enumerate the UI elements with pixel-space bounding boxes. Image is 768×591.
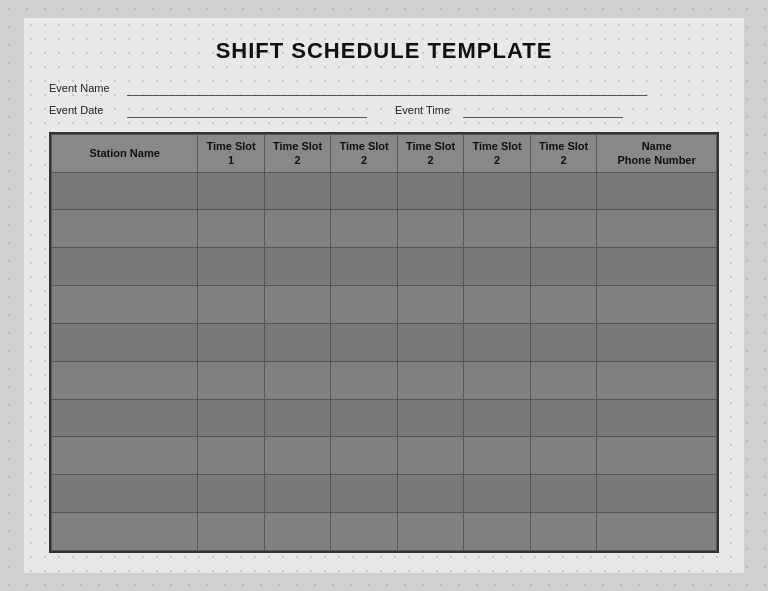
schedule-table: Station Name Time Slot1 Time Slot2 Time …: [51, 134, 717, 551]
event-name-input[interactable]: [127, 80, 647, 96]
table-row: [52, 437, 717, 475]
table-cell[interactable]: [52, 172, 198, 210]
table-cell[interactable]: [198, 437, 265, 475]
table-cell[interactable]: [397, 210, 464, 248]
table-cell[interactable]: [264, 172, 331, 210]
table-cell[interactable]: [198, 513, 265, 551]
table-row: [52, 248, 717, 286]
table-cell[interactable]: [331, 437, 398, 475]
table-cell[interactable]: [52, 286, 198, 324]
table-cell[interactable]: [198, 210, 265, 248]
page: SHIFT SCHEDULE TEMPLATE Event Name Event…: [24, 18, 744, 573]
table-cell[interactable]: [331, 475, 398, 513]
table-cell[interactable]: [198, 323, 265, 361]
table-cell[interactable]: [331, 323, 398, 361]
table-cell[interactable]: [397, 399, 464, 437]
table-cell[interactable]: [530, 210, 597, 248]
table-cell[interactable]: [597, 172, 717, 210]
table-cell[interactable]: [530, 323, 597, 361]
table-cell[interactable]: [530, 361, 597, 399]
event-date-row: Event Date Event Time: [49, 102, 719, 118]
table-cell[interactable]: [52, 513, 198, 551]
table-cell[interactable]: [331, 361, 398, 399]
table-cell[interactable]: [264, 323, 331, 361]
table-cell[interactable]: [530, 172, 597, 210]
event-name-label: Event Name: [49, 82, 119, 94]
table-cell[interactable]: [264, 399, 331, 437]
table-cell[interactable]: [530, 437, 597, 475]
table-cell[interactable]: [530, 475, 597, 513]
event-name-row: Event Name: [49, 80, 719, 96]
table-cell[interactable]: [331, 210, 398, 248]
table-cell[interactable]: [597, 399, 717, 437]
table-cell[interactable]: [597, 286, 717, 324]
table-cell[interactable]: [52, 475, 198, 513]
header-timeslot-3: Time Slot2: [331, 135, 398, 173]
table-cell[interactable]: [464, 210, 531, 248]
table-cell[interactable]: [52, 323, 198, 361]
table-cell[interactable]: [52, 248, 198, 286]
table-cell[interactable]: [264, 248, 331, 286]
table-cell[interactable]: [198, 361, 265, 399]
table-cell[interactable]: [331, 399, 398, 437]
table-cell[interactable]: [52, 361, 198, 399]
table-cell[interactable]: [264, 475, 331, 513]
table-cell[interactable]: [264, 210, 331, 248]
table-cell[interactable]: [264, 286, 331, 324]
table-cell[interactable]: [464, 399, 531, 437]
header-timeslot-2: Time Slot2: [264, 135, 331, 173]
table-cell[interactable]: [597, 361, 717, 399]
header-timeslot-1: Time Slot1: [198, 135, 265, 173]
table-cell[interactable]: [264, 361, 331, 399]
table-cell[interactable]: [530, 286, 597, 324]
table-cell[interactable]: [597, 210, 717, 248]
event-time-input[interactable]: [463, 102, 623, 118]
table-cell[interactable]: [198, 286, 265, 324]
table-cell[interactable]: [597, 437, 717, 475]
event-date-input[interactable]: [127, 102, 367, 118]
table-cell[interactable]: [397, 361, 464, 399]
table-cell[interactable]: [597, 248, 717, 286]
table-cell[interactable]: [397, 475, 464, 513]
table-cell[interactable]: [52, 437, 198, 475]
table-cell[interactable]: [198, 399, 265, 437]
table-cell[interactable]: [397, 248, 464, 286]
table-row: [52, 513, 717, 551]
table-cell[interactable]: [597, 323, 717, 361]
table-cell[interactable]: [530, 399, 597, 437]
table-cell[interactable]: [264, 513, 331, 551]
table-cell[interactable]: [530, 248, 597, 286]
table-cell[interactable]: [464, 172, 531, 210]
table-row: [52, 210, 717, 248]
event-time-label: Event Time: [395, 104, 455, 116]
table-cell[interactable]: [331, 513, 398, 551]
table-cell[interactable]: [198, 248, 265, 286]
table-cell[interactable]: [331, 248, 398, 286]
table-cell[interactable]: [397, 323, 464, 361]
table-cell[interactable]: [597, 475, 717, 513]
table-cell[interactable]: [198, 475, 265, 513]
table-row: [52, 399, 717, 437]
table-cell[interactable]: [464, 475, 531, 513]
table-cell[interactable]: [397, 513, 464, 551]
table-cell[interactable]: [52, 210, 198, 248]
table-cell[interactable]: [397, 172, 464, 210]
table-cell[interactable]: [464, 248, 531, 286]
table-row: [52, 286, 717, 324]
table-cell[interactable]: [264, 437, 331, 475]
table-cell[interactable]: [464, 323, 531, 361]
table-cell[interactable]: [530, 513, 597, 551]
table-cell[interactable]: [464, 437, 531, 475]
table-cell[interactable]: [198, 172, 265, 210]
table-cell[interactable]: [464, 361, 531, 399]
table-cell[interactable]: [464, 286, 531, 324]
header-timeslot-5: Time Slot2: [464, 135, 531, 173]
table-cell[interactable]: [52, 399, 198, 437]
table-cell[interactable]: [397, 437, 464, 475]
table-cell[interactable]: [397, 286, 464, 324]
table-cell[interactable]: [331, 286, 398, 324]
table-cell[interactable]: [331, 172, 398, 210]
table-header-row: Station Name Time Slot1 Time Slot2 Time …: [52, 135, 717, 173]
table-cell[interactable]: [464, 513, 531, 551]
table-cell[interactable]: [597, 513, 717, 551]
